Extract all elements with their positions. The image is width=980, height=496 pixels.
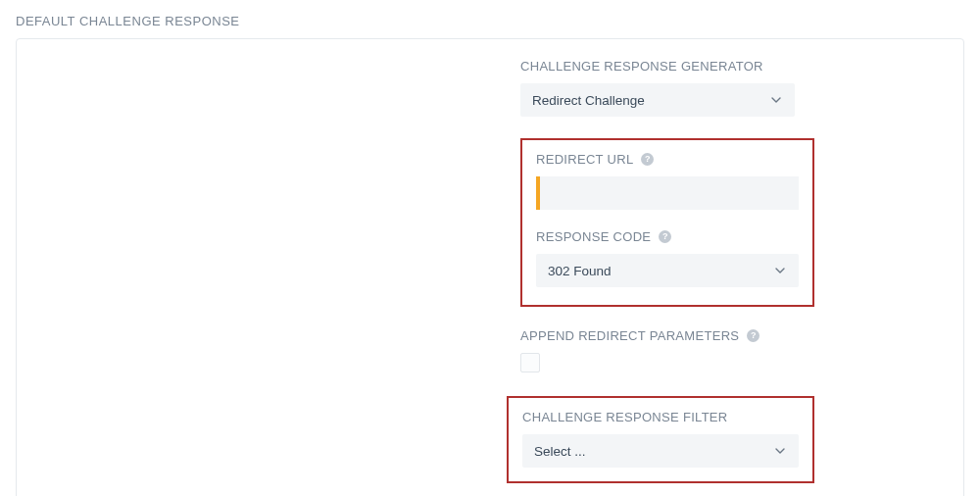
response-code-label: RESPONSE CODE ? bbox=[536, 229, 799, 244]
chevron-down-icon bbox=[769, 93, 783, 107]
chevron-down-icon bbox=[773, 444, 787, 458]
redirect-url-label: REDIRECT URL ? bbox=[536, 152, 799, 167]
chevron-down-icon bbox=[773, 264, 787, 277]
response-code-select[interactable]: 302 Found bbox=[536, 254, 799, 287]
filter-select-value: Select ... bbox=[534, 444, 586, 459]
generator-label: CHALLENGE RESPONSE GENERATOR bbox=[520, 59, 844, 74]
generator-select[interactable]: Redirect Challenge bbox=[520, 83, 795, 117]
config-panel: CHALLENGE RESPONSE GENERATOR Redirect Ch… bbox=[16, 38, 964, 496]
filter-select[interactable]: Select ... bbox=[522, 434, 799, 468]
append-redirect-label-text: APPEND REDIRECT PARAMETERS bbox=[520, 328, 739, 343]
generator-label-text: CHALLENGE RESPONSE GENERATOR bbox=[520, 59, 763, 74]
redirect-url-input[interactable] bbox=[536, 176, 799, 210]
help-icon[interactable]: ? bbox=[747, 329, 760, 342]
append-redirect-label: APPEND REDIRECT PARAMETERS ? bbox=[520, 328, 844, 343]
help-icon[interactable]: ? bbox=[659, 230, 671, 243]
generator-select-value: Redirect Challenge bbox=[532, 93, 645, 108]
help-icon[interactable]: ? bbox=[641, 153, 654, 166]
filter-group: CHALLENGE RESPONSE FILTER Select ... bbox=[507, 396, 814, 483]
append-redirect-checkbox[interactable] bbox=[520, 353, 540, 372]
response-code-label-text: RESPONSE CODE bbox=[536, 229, 651, 244]
redirect-url-label-text: REDIRECT URL bbox=[536, 152, 633, 167]
filter-label-text: CHALLENGE RESPONSE FILTER bbox=[522, 410, 728, 424]
response-code-select-value: 302 Found bbox=[548, 264, 612, 278]
redirect-settings-group: REDIRECT URL ? RESPONSE CODE ? 302 Found bbox=[520, 138, 814, 307]
section-title: DEFAULT CHALLENGE RESPONSE bbox=[16, 14, 964, 28]
filter-label: CHALLENGE RESPONSE FILTER bbox=[522, 410, 799, 424]
